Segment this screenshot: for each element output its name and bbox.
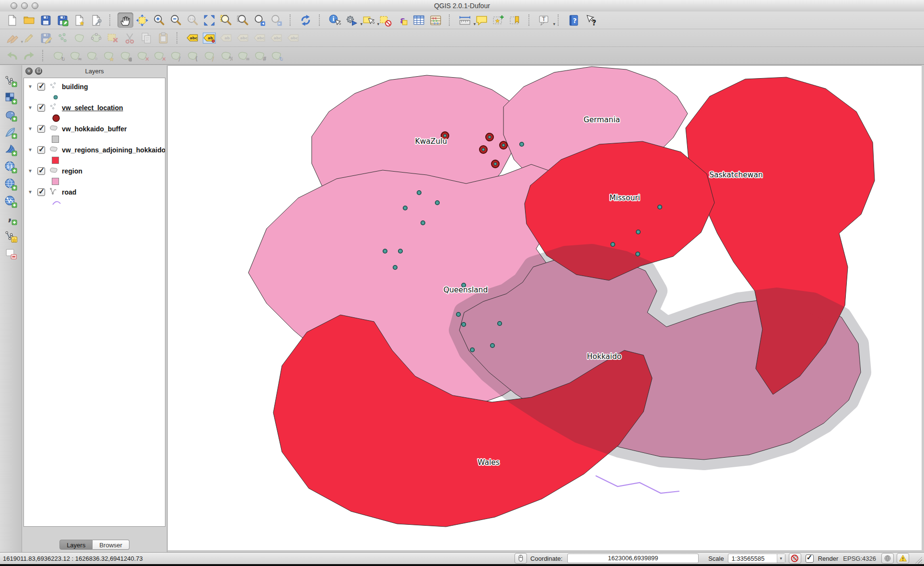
layer-label[interactable]: vw_hokkaido_buffer	[62, 125, 127, 133]
scale-combo[interactable]: 1:33565585 ▼	[728, 554, 785, 563]
remove-layer-icon[interactable]	[3, 245, 19, 261]
building-point-17	[636, 252, 640, 256]
layer-visibility-checkbox[interactable]: ✓	[37, 167, 45, 175]
expand-icon[interactable]: ▼	[28, 84, 34, 89]
layer-item-vw_hokkaido_buffer[interactable]: ▼✓vw_hokkaido_buffer	[24, 123, 165, 135]
pan-to-selection-icon[interactable]	[134, 12, 150, 28]
select-features-icon[interactable]: ▾	[361, 12, 376, 28]
panel-close-icon[interactable]: ×	[25, 68, 33, 75]
building-point-6	[398, 249, 402, 253]
toolbar-separator	[176, 32, 180, 44]
offset-curve-icon: (	[185, 48, 200, 63]
resize-grip[interactable]	[913, 555, 922, 564]
layer-visibility-checkbox[interactable]: ✓	[37, 104, 45, 112]
zoom-full-icon[interactable]	[201, 12, 217, 28]
coordinate-input[interactable]: 1623006,6939899	[567, 554, 699, 563]
expand-icon[interactable]: ▼	[28, 189, 34, 195]
add-spatialite-layer-icon[interactable]	[3, 125, 19, 140]
field-calculator-icon[interactable]	[428, 12, 444, 28]
building-point-4	[421, 221, 425, 225]
text-annotation-icon[interactable]: T▾	[537, 12, 552, 28]
label-layer-icon[interactable]: abc	[185, 30, 200, 46]
panel-float-icon[interactable]	[35, 68, 42, 75]
deselect-features-icon[interactable]	[377, 12, 393, 28]
delete-selected-icon	[105, 30, 121, 46]
pan-map-icon[interactable]	[117, 12, 133, 28]
chevron-down-icon[interactable]: ▼	[777, 554, 785, 563]
layer-type-icon	[49, 166, 60, 176]
show-bookmarks-icon[interactable]	[507, 12, 523, 28]
run-feature-action-icon[interactable]: ▾	[344, 12, 360, 28]
open-attribute-table-icon[interactable]	[411, 12, 427, 28]
layers-panel-header[interactable]: × Layers	[22, 65, 167, 78]
add-wfs-layer-icon[interactable]	[3, 194, 19, 209]
layer-label[interactable]: region	[62, 167, 82, 175]
layer-visibility-checkbox[interactable]: ✓	[37, 146, 45, 154]
add-wms-layer-icon[interactable]	[3, 176, 19, 192]
svg-text:T: T	[541, 16, 545, 23]
expand-icon[interactable]: ▼	[28, 147, 34, 152]
save-project-as-icon[interactable]	[55, 12, 70, 28]
identify-features-icon[interactable]: i	[327, 12, 343, 28]
zoom-in-icon[interactable]	[151, 12, 167, 28]
new-print-composer-icon[interactable]	[71, 12, 87, 28]
svg-text:=: =	[246, 55, 249, 62]
map-canvas[interactable]: KwaZuluGermaniaMissouriSaskatchewanQueen…	[168, 65, 922, 550]
layer-item-region[interactable]: ▼✓region	[24, 165, 165, 177]
layer-visibility-checkbox[interactable]: ✓	[37, 83, 45, 91]
add-raster-layer-icon[interactable]	[3, 90, 19, 105]
new-shapefile-layer-icon[interactable]	[3, 228, 19, 243]
add-feature-icon	[55, 30, 70, 46]
panel-title: Layers	[22, 65, 167, 78]
add-postgis-layer-icon[interactable]	[3, 107, 19, 123]
zoom-out-icon[interactable]	[168, 12, 184, 28]
add-mssql-layer-icon[interactable]	[3, 142, 19, 157]
layer-visibility-checkbox[interactable]: ✓	[37, 188, 45, 196]
add-delimited-text-layer-icon[interactable]: ,	[3, 211, 19, 226]
delete-part-icon: ×	[151, 48, 167, 63]
layer-item-building[interactable]: ▼✓building	[24, 81, 165, 92]
composer-manager-icon[interactable]	[88, 12, 104, 28]
tab-browser[interactable]: Browser	[93, 540, 129, 550]
svg-text:1:1: 1:1	[7, 164, 13, 168]
zoom-to-layer-icon[interactable]	[235, 12, 251, 28]
layer-visibility-checkbox[interactable]: ✓	[37, 125, 45, 133]
layer-label[interactable]: vw_regions_adjoining_hokkaido	[62, 146, 165, 154]
pin-unpin-labels-icon[interactable]: ab	[201, 30, 217, 46]
open-project-icon[interactable]	[21, 12, 37, 28]
layer-label[interactable]: vw_select_location	[62, 104, 123, 112]
map-tips-icon[interactable]	[474, 12, 490, 28]
zoom-to-selection-icon[interactable]	[218, 12, 234, 28]
select-by-expression-icon[interactable]: ε	[394, 12, 410, 28]
whats-this-icon[interactable]: ?	[583, 12, 598, 28]
expand-icon[interactable]: ▼	[28, 168, 34, 173]
toolbar-row-main: 1:1i▾▾ε▾T▾??	[0, 12, 924, 29]
mouse-tracking-icon[interactable]	[515, 553, 527, 564]
layer-label[interactable]: building	[62, 83, 88, 91]
layer-item-vw_select_location[interactable]: ▼✓vw_select_location	[24, 102, 165, 114]
expand-icon[interactable]: ▼	[28, 126, 34, 131]
new-project-icon[interactable]	[4, 12, 20, 28]
tab-layers[interactable]: Layers	[59, 540, 93, 550]
split-parts-icon: %	[218, 48, 234, 63]
layer-label[interactable]: road	[62, 188, 76, 196]
stop-render-button[interactable]	[789, 553, 801, 564]
add-oracle-layer-icon[interactable]: 1:1	[3, 159, 19, 174]
road-line-1	[596, 476, 679, 493]
expand-icon[interactable]: ▼	[28, 105, 34, 110]
title-bar[interactable]: QGIS 2.0.1-Dufour	[0, 0, 924, 12]
svg-text:≈: ≈	[78, 55, 82, 62]
layer-symbol-building	[24, 92, 165, 102]
layer-item-road[interactable]: ▼✓road	[24, 186, 165, 198]
crs-globe-button[interactable]	[881, 553, 894, 564]
render-checkbox[interactable]: ✓	[806, 554, 814, 563]
help-icon[interactable]: ?	[566, 12, 582, 28]
zoom-last-icon[interactable]	[252, 12, 268, 28]
refresh-map-icon[interactable]	[298, 12, 314, 28]
add-vector-layer-icon[interactable]	[3, 73, 19, 88]
measure-icon[interactable]: ▾	[457, 12, 473, 28]
messages-warning-button[interactable]: !	[897, 553, 909, 564]
save-project-icon[interactable]	[38, 12, 54, 28]
new-bookmark-icon[interactable]	[491, 12, 506, 28]
layer-item-vw_regions_adjoining_hokkaido[interactable]: ▼✓vw_regions_adjoining_hokkaido	[24, 144, 165, 156]
